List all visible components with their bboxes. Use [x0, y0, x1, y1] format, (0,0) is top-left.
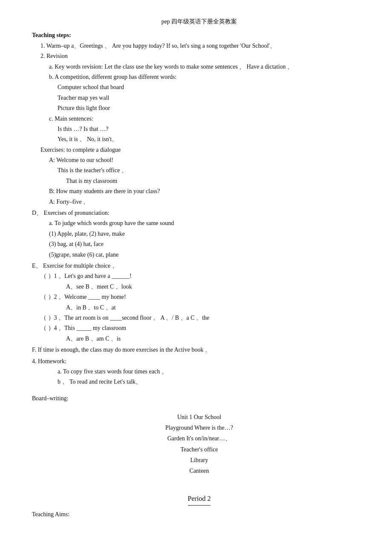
e-item-5: （ ）4 、This _____ my classroom [40, 324, 366, 333]
d-item-2: (3) bag, at (4) hat, face [49, 240, 366, 249]
exercises-label: Exercises: to complete a dialogue [40, 145, 366, 155]
board-line-3: Teacher's office [32, 444, 366, 455]
e-item-6: A、are B 、am C 、is [66, 334, 366, 344]
teaching-steps-label: Teaching steps: [32, 31, 366, 40]
board-writing-label: Board–writing: [32, 394, 366, 403]
step-2: 2. Revision [40, 52, 366, 61]
word-group-1: Computer school that board [58, 83, 366, 92]
homework-label: 4. Homework: [32, 357, 366, 366]
teaching-aims-label: Teaching Aims: [32, 510, 366, 519]
revision-a: a. Key words revision: Let the class use… [49, 62, 366, 72]
word-group-2: Teacher map yes wall [58, 93, 366, 103]
board-line-2: Garden It's on/in/near…、 [32, 433, 366, 444]
homework-item-1: b 、 To read and recite Let's talk、 [58, 377, 366, 387]
main-sentence-2: Yes, it is 、 No, it isn't、 [58, 135, 366, 144]
e-item-3: A、in B 、to C 、at [66, 303, 366, 312]
board-line-5: Canteen [32, 465, 366, 476]
page-title: pep 四年级英语下册全英教案 [32, 17, 366, 26]
dialogue-line-4: B: How many students are there in your c… [49, 187, 366, 196]
homework-item-0: a. To copy five stars words four times e… [58, 367, 366, 376]
board-line-0: Unit 1 Our School [32, 412, 366, 422]
section-d-label: D、 Exercises of pronunciation: [32, 208, 366, 218]
section-e-label: E、 Exercise for multiple choice 、 [32, 261, 366, 271]
board-line-4: Library [32, 455, 366, 465]
d-item-0: a. To judge which words group have the s… [49, 219, 366, 228]
e-item-0: （ ）1 、Let's go and have a ______! [40, 272, 366, 281]
period2-title: Period 2 [188, 493, 211, 506]
dialogue-line-3: That is my classroom [66, 176, 366, 186]
dialogue-line-1: A: Welcome to our school! [49, 156, 366, 165]
step-1: 1. Warm–up a、Greetings 、 Are you happy t… [40, 41, 366, 51]
main-sentence-1: Is this …? Is that …? [58, 124, 366, 134]
revision-b: b. A competition, different group has di… [49, 72, 366, 82]
e-item-4: （ ）3 、The art room is on ____second floo… [40, 313, 366, 323]
word-group-3: Picture this light floor [58, 104, 366, 113]
board-line-1: Playground Where is the…? [32, 422, 366, 433]
board-content: Unit 1 Our School Playground Where is th… [32, 412, 366, 476]
period2-wrapper: Period 2 [32, 493, 366, 506]
period2-section: Period 2 Teaching Aims: [32, 493, 366, 519]
dialogue-line-2: This is the teacher's office 、 [58, 166, 366, 175]
dialogue-line-5: A: Forty–five 、 [49, 197, 366, 207]
d-item-3: (5)grape, snake (6) cat, plane [49, 250, 366, 260]
d-item-1: (1) Apple, plate, (2) have, make [49, 229, 366, 239]
section-f: F. If time is enough, the class may do m… [32, 345, 366, 355]
main-sentences-label: c. Main sentences: [49, 114, 366, 124]
e-item-2: （ ）2 、Welcome ____ my home! [40, 292, 366, 302]
e-item-1: A、see B 、meet C 、look [66, 282, 366, 292]
